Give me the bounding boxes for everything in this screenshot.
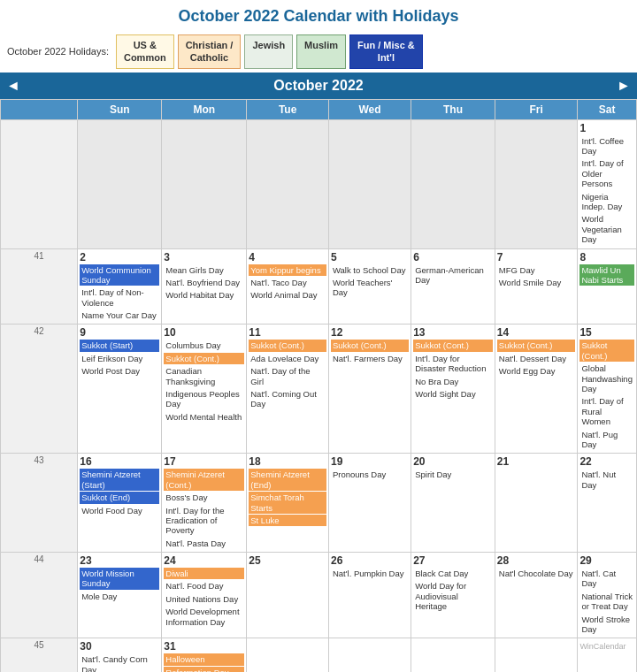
list-item: Sukkot (Cont.) bbox=[164, 353, 244, 364]
list-item: Ada Lovelace Day bbox=[249, 353, 326, 364]
list-item: Nat'l. Farmers Day bbox=[331, 353, 409, 364]
day-cell bbox=[411, 119, 495, 248]
list-item: World Day for Audiovisual Heritage bbox=[413, 580, 493, 612]
list-item: National Trick or Treat Day bbox=[579, 591, 634, 613]
day-number: 11 bbox=[249, 326, 326, 339]
day-cell: 23 World Mission Sunday Mole Day bbox=[78, 553, 162, 638]
day-cell bbox=[328, 119, 411, 248]
day-cell: 31 Halloween Reformation Day World Citie… bbox=[162, 638, 247, 672]
week-num: 41 bbox=[1, 248, 78, 325]
day-cell: 30 Nat'l. Candy Corn Day bbox=[78, 638, 162, 672]
day-number: 16 bbox=[80, 455, 159, 468]
list-item: German-American Day bbox=[413, 264, 493, 286]
day-cell bbox=[495, 119, 578, 248]
day-cell bbox=[411, 638, 495, 672]
header-thu: Thu bbox=[411, 99, 495, 119]
list-item: Spirit Day bbox=[413, 469, 493, 480]
holidays-label: October 2022 Holidays: bbox=[7, 46, 109, 57]
day-cell: 16 Shemini Atzeret (Start) Sukkot (End) … bbox=[78, 454, 162, 553]
list-item: World Smile Day bbox=[497, 277, 576, 288]
day-number: 2 bbox=[80, 251, 159, 263]
list-item: Shemini Atzeret (Start) bbox=[80, 469, 159, 491]
day-number: 1 bbox=[579, 122, 634, 134]
page-title: October 2022 Calendar with Holidays bbox=[0, 0, 637, 31]
list-item: Mawlid Un Nabi Starts bbox=[579, 264, 634, 286]
week-num: 43 bbox=[1, 454, 78, 553]
day-number: 15 bbox=[579, 326, 634, 339]
list-item: Simchat Torah Starts bbox=[249, 492, 326, 514]
list-item: World Vegetarian Day bbox=[579, 213, 634, 245]
list-item: Nat'l Chocolate Day bbox=[497, 568, 576, 579]
day-number: 19 bbox=[331, 455, 409, 468]
day-cell: 6 German-American Day bbox=[411, 248, 495, 325]
day-number: 4 bbox=[249, 251, 326, 263]
list-item: Nat'l. Candy Corn Day bbox=[80, 653, 159, 672]
day-cell: 27 Black Cat Day World Day for Audiovisu… bbox=[411, 553, 495, 638]
list-item: World Sight Day bbox=[413, 388, 493, 400]
table-row: 44 23 World Mission Sunday Mole Day 24 D… bbox=[1, 553, 637, 638]
list-item: Sukkot (Cont.) bbox=[413, 340, 493, 351]
next-month-button[interactable]: ► bbox=[610, 73, 637, 99]
list-item: Mole Day bbox=[80, 591, 159, 602]
list-item: MFG Day bbox=[497, 264, 576, 276]
list-item: Nat'l. Boyfriend Day bbox=[164, 277, 244, 288]
day-cell: 1 Int'l. Coffee Day Int'l. Day of Older … bbox=[578, 119, 637, 248]
day-number: 26 bbox=[331, 554, 409, 567]
day-number: 14 bbox=[497, 326, 576, 339]
day-number: 31 bbox=[164, 640, 244, 653]
header-sun: Sun bbox=[78, 99, 162, 119]
list-item: Indigenous Peoples Day bbox=[164, 388, 244, 410]
day-cell: 7 MFG Day World Smile Day bbox=[495, 248, 578, 325]
day-number: 25 bbox=[249, 554, 326, 567]
list-item: Halloween bbox=[164, 653, 244, 665]
day-cell: 20 Spirit Day bbox=[411, 454, 495, 553]
list-item: Int'l. Day for the Eradication of Povert… bbox=[164, 505, 244, 537]
list-item: World Habitat Day bbox=[164, 289, 244, 301]
calendar-nav: ◄ October 2022 ► bbox=[0, 73, 637, 99]
day-cell: 26 Nat'l. Pumpkin Day bbox=[328, 553, 411, 638]
list-item: Int'l. Day of Older Persons bbox=[579, 157, 634, 189]
day-cell: 15 Sukkot (Cont.) Global Handwashing Day… bbox=[578, 325, 637, 454]
day-cell: 11 Sukkot (Cont.) Ada Lovelace Day Nat'l… bbox=[247, 325, 329, 454]
list-item: Nat'l. Food Day bbox=[164, 580, 244, 592]
list-item: Nat'l. Coming Out Day bbox=[249, 388, 326, 410]
wincal-label: WinCalendar bbox=[579, 642, 629, 651]
day-number: 8 bbox=[579, 251, 634, 263]
day-number: 12 bbox=[331, 326, 409, 339]
list-item: Sukkot (Start) bbox=[80, 340, 159, 351]
day-number: 30 bbox=[80, 640, 159, 653]
day-cell: 18 Shemini Atzeret (End) Simchat Torah S… bbox=[247, 454, 329, 553]
day-cell: 4 Yom Kippur begins Nat'l. Taco Day Worl… bbox=[247, 248, 329, 325]
list-item: Nat'l. Pumpkin Day bbox=[331, 568, 409, 579]
list-item: Black Cat Day bbox=[413, 568, 493, 579]
list-item: World Egg Day bbox=[497, 365, 576, 377]
header-wed: Wed bbox=[328, 99, 411, 119]
list-item: Shemini Atzeret (Cont.) bbox=[164, 469, 244, 491]
day-number: 22 bbox=[579, 455, 634, 468]
month-title: October 2022 bbox=[27, 73, 610, 99]
day-cell: 22 Nat'l. Nut Day bbox=[578, 454, 637, 553]
day-cell bbox=[247, 638, 329, 672]
list-item: Nat'l. Cat Day bbox=[579, 568, 634, 590]
list-item: Pronouns Day bbox=[331, 469, 409, 480]
day-cell: 8 Mawlid Un Nabi Starts bbox=[578, 248, 637, 325]
list-item: Reformation Day bbox=[164, 667, 244, 672]
list-item: World Post Day bbox=[80, 365, 159, 377]
day-cell bbox=[162, 119, 247, 248]
day-cell: 19 Pronouns Day bbox=[328, 454, 411, 553]
list-item: United Nations Day bbox=[164, 593, 244, 605]
day-number: 9 bbox=[80, 326, 159, 339]
day-cell: 17 Shemini Atzeret (Cont.) Boss's Day In… bbox=[162, 454, 247, 553]
table-row: 43 16 Shemini Atzeret (Start) Sukkot (En… bbox=[1, 454, 637, 553]
list-item: World Mental Health bbox=[164, 411, 244, 423]
list-item: Nat'l. Pug Day bbox=[579, 429, 634, 451]
day-number: 27 bbox=[413, 554, 493, 567]
day-number: 17 bbox=[164, 455, 244, 468]
list-item: Shemini Atzeret (End) bbox=[249, 469, 326, 491]
list-item: World Stroke Day bbox=[579, 614, 634, 636]
list-item: Columbus Day bbox=[164, 340, 244, 351]
badge-muslim: Muslim bbox=[296, 34, 346, 69]
day-cell: 28 Nat'l Chocolate Day bbox=[495, 553, 578, 638]
badge-christian: Christian /Catholic bbox=[178, 34, 242, 69]
prev-month-button[interactable]: ◄ bbox=[0, 73, 27, 99]
